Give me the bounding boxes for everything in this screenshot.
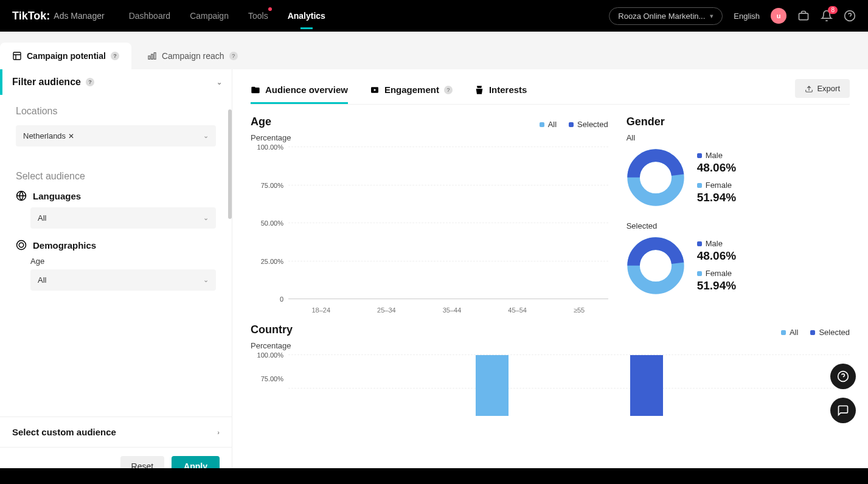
top-bar: TikTok: Ads Manager Dashboard Campaign T…	[0, 0, 868, 32]
demographics-label: Demographics	[33, 240, 96, 251]
age-bar-chart: 100.00% 75.00% 50.00% 25.00% 0	[251, 141, 608, 317]
nav-tools[interactable]: Tools	[248, 2, 268, 29]
help-icon[interactable]: ?	[111, 52, 119, 60]
tab-campaign-reach[interactable]: Campaign reach ?	[135, 43, 250, 69]
y-tick: 100.00%	[257, 143, 283, 151]
y-tick: 50.00%	[261, 220, 283, 227]
country-title: Country	[251, 323, 293, 336]
sub-tabs: Audience overview Engagement ? Interests…	[251, 79, 850, 105]
remove-tag-icon[interactable]: ✕	[68, 132, 74, 140]
chevron-down-icon: ⌄	[203, 132, 209, 140]
brand-text: TikTok:	[12, 10, 50, 22]
tab-audience-overview[interactable]: Audience overview	[251, 80, 348, 103]
sidebar-scroll[interactable]: Locations Netherlands✕ ⌄ Select audience…	[0, 95, 232, 417]
svg-rect-5	[154, 53, 156, 60]
tab-interests[interactable]: Interests	[474, 80, 527, 103]
svg-rect-0	[799, 13, 808, 20]
gender-all-female-value: 51.94%	[697, 191, 736, 204]
age-value: All	[38, 275, 46, 285]
help-icon[interactable]: ?	[86, 78, 94, 86]
y-tick: 25.00%	[261, 258, 283, 265]
languages-label: Languages	[33, 191, 81, 201]
legend-all-label: All	[790, 328, 798, 337]
gender-all-label: All	[627, 133, 850, 142]
x-label: 18–24	[312, 306, 331, 314]
gender-selected-donut	[627, 237, 685, 295]
chevron-down-icon: ⌄	[203, 214, 209, 222]
x-label: 35–44	[443, 306, 462, 314]
gender-all-male-value: 48.06%	[697, 161, 736, 175]
svg-rect-2	[13, 52, 21, 60]
language-select[interactable]: English	[734, 12, 760, 21]
main-nav: Dashboard Campaign Tools Analytics	[129, 2, 325, 29]
chat-float-button[interactable]	[830, 398, 856, 423]
age-title: Age	[251, 116, 271, 128]
account-name: Rooza Online Marketin...	[618, 12, 705, 21]
tools-alert-dot	[268, 7, 272, 11]
nav-analytics[interactable]: Analytics	[288, 2, 325, 29]
chevron-down-icon: ⌄	[203, 276, 209, 284]
legend-all-label: All	[548, 120, 557, 129]
select-custom-audience[interactable]: Select custom audience ›	[0, 417, 232, 447]
gender-all-donut	[627, 148, 685, 207]
x-label: 45–54	[508, 306, 527, 314]
svg-point-7	[17, 241, 26, 250]
avatar[interactable]: u	[771, 8, 786, 24]
tab-campaign-potential[interactable]: Campaign potential ?	[0, 43, 131, 69]
locations-select[interactable]: Netherlands✕ ⌄	[16, 125, 216, 147]
bell-icon[interactable]: 8	[821, 10, 833, 22]
location-tag: Netherlands	[23, 131, 66, 140]
help-float-button[interactable]	[830, 364, 856, 389]
help-icon[interactable]	[844, 10, 856, 22]
globe-icon	[16, 190, 27, 201]
country-legend: All Selected	[781, 328, 850, 337]
x-label: 25–34	[377, 306, 396, 314]
svg-rect-4	[151, 54, 153, 59]
content-scroll[interactable]: Age All Selected Percentage 100.00% 75.0…	[251, 105, 850, 484]
nav-dashboard[interactable]: Dashboard	[129, 2, 171, 29]
gender-title: Gender	[627, 116, 850, 128]
product-text: Ads Manager	[54, 11, 104, 21]
select-audience-label: Select audience	[16, 171, 216, 182]
briefcase-icon[interactable]	[797, 10, 810, 22]
country-bar-all	[476, 355, 509, 416]
male-label: Male	[706, 151, 723, 160]
target-icon	[16, 240, 27, 251]
y-tick: 75.00%	[261, 182, 283, 189]
gender-selected-label: Selected	[627, 221, 850, 230]
nav-campaign[interactable]: Campaign	[190, 2, 229, 29]
floating-buttons	[830, 364, 856, 423]
filter-audience-header[interactable]: Filter audience ? ⌄	[0, 69, 232, 95]
legend-selected-label: Selected	[577, 120, 608, 129]
tab-engagement[interactable]: Engagement ?	[370, 80, 453, 103]
gender-sel-female-value: 51.94%	[697, 279, 736, 292]
female-label: Female	[706, 181, 732, 190]
primary-tabs: Campaign potential ? Campaign reach ?	[0, 43, 868, 69]
export-icon	[805, 85, 813, 93]
age-select[interactable]: All ⌄	[30, 269, 216, 291]
help-icon[interactable]: ?	[444, 86, 453, 94]
locations-label: Locations	[16, 106, 216, 117]
export-button[interactable]: Export	[795, 79, 850, 98]
tab-interests-label: Interests	[489, 85, 527, 95]
male-label: Male	[706, 239, 723, 248]
scrollbar[interactable]	[228, 109, 232, 219]
account-selector[interactable]: Rooza Online Marketin... ▾	[609, 7, 723, 25]
legend-swatch-selected	[569, 122, 574, 127]
age-legend: All Selected	[540, 120, 608, 129]
female-label: Female	[706, 269, 732, 278]
select-custom-audience-label: Select custom audience	[12, 427, 116, 437]
gender-panel: Gender All Male 48.06%	[627, 116, 850, 317]
tab-campaign-reach-label: Campaign reach	[162, 51, 224, 61]
gender-sel-male-value: 48.06%	[697, 249, 736, 263]
svg-point-8	[19, 243, 24, 247]
chevron-down-icon: ⌄	[217, 78, 222, 86]
help-icon[interactable]: ?	[229, 52, 238, 60]
y-tick: 75.00%	[261, 375, 283, 382]
country-bar-selected	[630, 355, 663, 416]
country-bar-chart: 100.00% 75.00%	[251, 349, 850, 416]
legend-selected-label: Selected	[819, 328, 850, 337]
languages-select[interactable]: All ⌄	[30, 207, 216, 229]
age-label: Age	[30, 257, 216, 266]
filter-audience-title: Filter audience	[12, 77, 81, 88]
